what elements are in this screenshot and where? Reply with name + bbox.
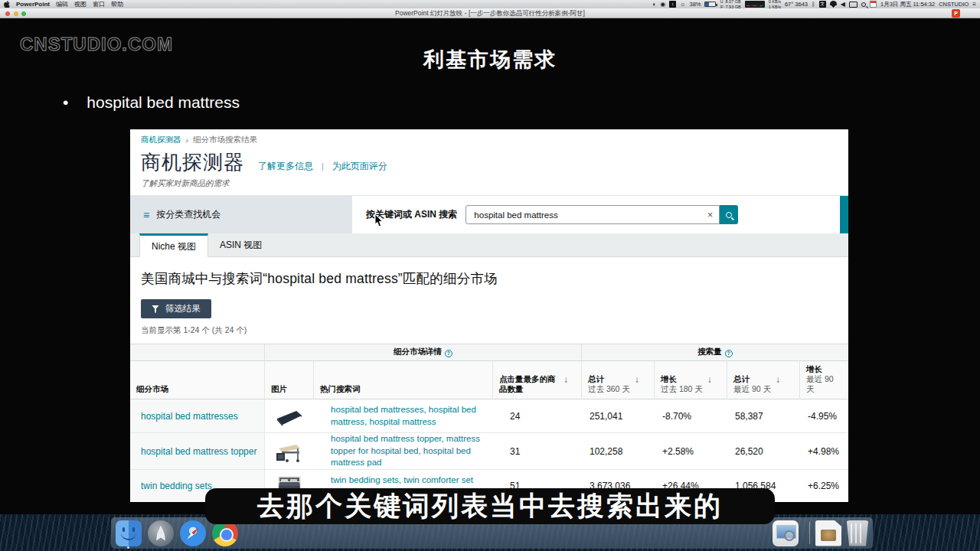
search-input-box[interactable]: × bbox=[466, 205, 720, 224]
growth-180-value: -8.70% bbox=[655, 411, 727, 422]
apple-logo-icon[interactable] bbox=[4, 1, 10, 8]
sort-down-icon[interactable]: ↓ bbox=[707, 374, 712, 385]
search-button[interactable] bbox=[720, 205, 738, 224]
sort-down-icon[interactable]: ↓ bbox=[635, 374, 639, 385]
slide-bullet-line: • hospital bed mattress bbox=[63, 93, 240, 112]
alert-icon[interactable]: ! bbox=[669, 1, 676, 8]
dock-divider bbox=[809, 522, 810, 544]
bluetooth-icon[interactable]: ᛒ bbox=[812, 2, 815, 8]
growth-90-value: +6.25% bbox=[800, 481, 848, 491]
preview-dock-icon[interactable] bbox=[773, 520, 799, 546]
slide-bullet-text: hospital bed mattress bbox=[87, 93, 240, 112]
menu-bar-clock[interactable]: 1月3日 周五 11:54:32 bbox=[880, 1, 935, 8]
spotlight-search-icon[interactable] bbox=[861, 2, 866, 7]
wifi-icon[interactable] bbox=[830, 1, 837, 8]
battery-icon[interactable] bbox=[704, 2, 716, 7]
niches-table: 细分市场详情? 搜索量? 细分市场 图片 热门搜索词 点击量最多的商品数量 ↓ … bbox=[130, 344, 848, 502]
battery-percent: 38% bbox=[689, 1, 701, 8]
menu-edit[interactable]: 编辑 bbox=[56, 0, 68, 8]
info-icon[interactable]: ? bbox=[725, 350, 733, 357]
top-search-terms-link[interactable]: hospital bed mattress topper, mattress t… bbox=[314, 433, 493, 469]
col-image: 图片 bbox=[265, 361, 314, 399]
mouse-cursor bbox=[374, 214, 384, 230]
volume-icon[interactable]: ◀ bbox=[841, 2, 845, 8]
info-icon[interactable]: ? bbox=[445, 350, 452, 357]
menu-help[interactable]: 帮助 bbox=[111, 0, 123, 8]
page-tagline: 了解买家对新商品的需求 bbox=[130, 176, 848, 196]
breadcrumb-root-link[interactable]: 商机探测器 bbox=[141, 135, 181, 145]
browse-categories-button[interactable]: ≡ 按分类查找机会 bbox=[130, 196, 352, 233]
network-speed-monitor[interactable]: 0 KB/s 1 KB/s bbox=[769, 0, 781, 9]
trash-dock-icon[interactable] bbox=[844, 520, 871, 546]
calendar-icon[interactable] bbox=[870, 1, 877, 8]
breadcrumb: 商机探测器 › 细分市场搜索结果 bbox=[130, 129, 848, 147]
menu-app-name[interactable]: PowerPoint bbox=[16, 1, 50, 8]
clear-search-icon[interactable]: × bbox=[707, 210, 714, 220]
document-stack-dock-icon[interactable] bbox=[815, 520, 841, 546]
powerpoint-doc-icon: P bbox=[952, 9, 960, 18]
launchpad-dock-icon[interactable] bbox=[148, 520, 174, 546]
table-column-header-row: 细分市场 图片 热门搜索词 点击量最多的商品数量 ↓ 总计过去 360 天 ↓ … bbox=[130, 361, 848, 399]
breadcrumb-current: 细分市场搜索结果 bbox=[193, 135, 257, 145]
menu-bar-username[interactable]: CNSTUDIO bbox=[939, 1, 969, 8]
airplay-display-icon[interactable] bbox=[849, 2, 858, 8]
search-row: ≡ 按分类查找机会 按关键词或 ASIN 搜索 × bbox=[130, 196, 848, 233]
page-title: 商机探测器 bbox=[141, 149, 244, 176]
input-source-icon[interactable]: 文 bbox=[819, 1, 826, 8]
flux-sun-icon[interactable]: ☼ bbox=[680, 2, 685, 8]
top-search-terms-link[interactable]: hospital bed mattresses, hospital bed ma… bbox=[314, 404, 493, 428]
col-total-90: 总计最近 90 天 ↓ bbox=[727, 361, 800, 399]
growth-180-value: +2.58% bbox=[655, 446, 727, 457]
presentation-slide: CNSTUDIO.COM 利基市场需求 • hospital bed mattr… bbox=[0, 18, 980, 514]
menu-view[interactable]: 视图 bbox=[74, 0, 87, 8]
product-thumbnail bbox=[265, 403, 314, 429]
search-input[interactable] bbox=[472, 210, 702, 220]
search-icon bbox=[726, 212, 732, 218]
total-360-value: 102,258 bbox=[582, 446, 655, 457]
col-products-clicked: 点击量最多的商品数量 ↓ bbox=[493, 361, 582, 399]
niche-link[interactable]: hospital bed mattresses bbox=[130, 399, 265, 432]
hamburger-icon: ≡ bbox=[143, 210, 149, 220]
opportunity-explorer-screenshot: 商机探测器 › 细分市场搜索结果 商机探测器 了解更多信息 | 为此页面评分 了… bbox=[130, 129, 848, 502]
niche-link[interactable]: hospital bed mattress topper bbox=[130, 433, 265, 469]
cut-off-teal-element bbox=[840, 196, 848, 233]
menu-window[interactable]: 窗口 bbox=[93, 0, 105, 8]
window-title-bar: PowerPoint 幻灯片放映 - [一步一步教你选品可行性分析案例-阿甘] … bbox=[0, 8, 980, 18]
table-row: hospital bed mattresses hospital bed mat… bbox=[130, 399, 848, 433]
growth-90-value: +4.98% bbox=[800, 446, 848, 457]
products-clicked-value: 24 bbox=[493, 411, 582, 422]
cpu-graph-icon[interactable] bbox=[745, 1, 765, 8]
network-globe-icon[interactable]: ◐ bbox=[652, 2, 656, 8]
group-header-details: 细分市场详情? bbox=[265, 344, 582, 361]
funnel-icon bbox=[152, 305, 159, 313]
notification-list-icon[interactable]: ≡ bbox=[972, 2, 976, 8]
filter-results-button[interactable]: 筛选结果 bbox=[141, 299, 211, 318]
tab-asin-view[interactable]: ASIN 视图 bbox=[208, 233, 273, 256]
total-360-value: 251,041 bbox=[582, 411, 655, 422]
results-heading: 美国商城中与搜索词“hospital bed mattress”匹配的细分市场 bbox=[130, 257, 848, 288]
rate-page-link[interactable]: 为此页面评分 bbox=[332, 160, 387, 173]
table-row: hospital bed mattress topper hospital be… bbox=[130, 433, 848, 470]
eye-icon[interactable]: ◉ bbox=[660, 2, 665, 8]
sort-down-icon[interactable]: ↓ bbox=[564, 374, 568, 385]
link-divider: | bbox=[322, 161, 324, 171]
safari-dock-icon[interactable] bbox=[180, 520, 206, 546]
tab-niche-view[interactable]: Niche 视图 bbox=[139, 233, 208, 257]
learn-more-link[interactable]: 了解更多信息 bbox=[258, 160, 313, 173]
products-clicked-value: 31 bbox=[493, 446, 582, 457]
running-indicator bbox=[127, 546, 129, 549]
col-total-360: 总计过去 360 天 ↓ bbox=[582, 361, 655, 399]
group-header-empty bbox=[130, 344, 265, 361]
col-niche: 细分市场 bbox=[130, 361, 265, 399]
col-top-search-terms: 热门搜索词 bbox=[314, 361, 493, 399]
col-growth-180: 增长过去 180 天 ↓ bbox=[655, 361, 727, 399]
finder-dock-icon[interactable] bbox=[116, 520, 142, 546]
view-tabs: Niche 视图 ASIN 视图 bbox=[130, 233, 848, 257]
group-header-search-volume: 搜索量? bbox=[582, 344, 848, 361]
sort-down-icon[interactable]: ↓ bbox=[776, 374, 780, 385]
temp-fan-readout[interactable]: 67° 3643 bbox=[785, 1, 808, 8]
product-thumbnail bbox=[265, 438, 314, 465]
browse-categories-label: 按分类查找机会 bbox=[156, 208, 220, 221]
slide-title: 利基市场需求 bbox=[0, 46, 980, 73]
ram-monitor[interactable]: U: 8.07 GB F: 7.93 GB bbox=[720, 0, 740, 9]
